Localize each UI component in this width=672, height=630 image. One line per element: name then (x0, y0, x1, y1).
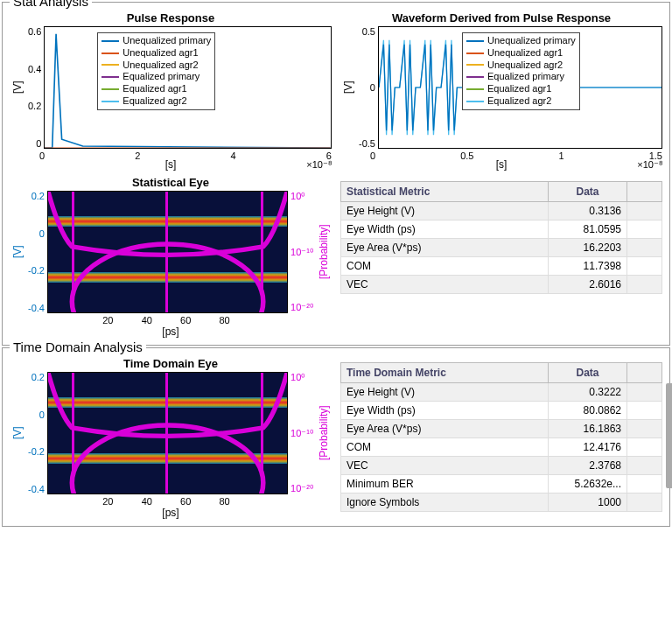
pulse-response-panel: Pulse Response [V] 0.6 0.4 0.2 0 Unequal… (10, 11, 332, 171)
time-eye-ylabel-right: [Probability] (316, 372, 332, 494)
table-row: COM11.7398 (341, 257, 662, 276)
legend-swatch (102, 88, 119, 90)
pulse-xaxis: 0 2 4 6 (39, 149, 332, 161)
table-row: Eye Area (V*ps)16.2203 (341, 239, 662, 257)
waveform-panel: Waveform Derived from Pulse Response [V]… (340, 11, 662, 171)
time-eye-title: Time Domain Eye (10, 357, 332, 370)
time-eye-plot[interactable] (47, 372, 288, 494)
time-eye-xaxis: 20 40 60 80 (45, 494, 288, 507)
waveform-yaxis: 0.5 0 -0.5 (356, 26, 378, 149)
time-section-title: Time Domain Analysis (10, 340, 146, 354)
table-row: Eye Height (V)0.3222 (341, 383, 662, 402)
table-row: Eye Width (ps)81.0595 (341, 220, 662, 239)
stat-eye-title: Statistical Eye (10, 176, 332, 189)
table-row: VEC2.3768 (341, 457, 662, 475)
stat-section-title: Stat Analysis (10, 0, 92, 9)
stat-eye-xlabel: [ps] (10, 326, 332, 338)
waveform-xaxis: 0 0.5 1 1.5 (370, 149, 662, 161)
legend-swatch (102, 40, 119, 42)
table-row: Eye Width (ps)80.0862 (341, 402, 662, 420)
legend-swatch (102, 64, 119, 66)
stat-eye-ylabel-left: [V] (10, 191, 25, 313)
table-row: VEC2.6016 (341, 276, 662, 294)
time-table-header-metric[interactable]: Time Domain Metric (341, 363, 549, 383)
pulse-title: Pulse Response (10, 11, 332, 24)
statistical-eye-panel: Statistical Eye [V] 0.2 0 -0.2 -0.4 (10, 176, 332, 338)
time-domain-section: Time Domain Analysis Time Domain Eye [V]… (2, 347, 670, 527)
waveform-title: Waveform Derived from Pulse Response (340, 11, 662, 24)
stat-eye-ylabel-right: [Probability] (316, 191, 332, 313)
legend-swatch (102, 101, 119, 102)
table-row: Ignore Symbols1000 (341, 494, 662, 512)
time-table-header-data[interactable]: Data (549, 363, 627, 383)
legend-swatch (102, 76, 119, 78)
table-row: COM12.4176 (341, 438, 662, 457)
waveform-ylabel: [V] (340, 26, 356, 149)
stat-eye-yaxis-left: 0.2 0 -0.2 -0.4 (25, 191, 47, 313)
time-eye-ylabel-left: [V] (10, 372, 25, 494)
stat-eye-plot[interactable] (47, 191, 288, 313)
waveform-plot[interactable]: Unequalized primary Unequalized agr1 Une… (378, 26, 662, 149)
time-eye-yaxis-right: 10⁰ 10⁻¹⁰ 10⁻²⁰ (288, 372, 316, 494)
pulse-plot[interactable]: Unequalized primary Unequalized agr1 Une… (44, 26, 332, 149)
table-row: Minimum BER5.2632e... (341, 475, 662, 494)
time-eye-xlabel: [ps] (10, 507, 332, 519)
stat-eye-xaxis: 20 40 60 80 (45, 313, 288, 326)
table-row: Eye Area (V*ps)16.1863 (341, 420, 662, 438)
waveform-legend: Unequalized primary Unequalized agr1 Une… (462, 32, 580, 110)
stat-table-header-metric[interactable]: Statistical Metric (341, 182, 549, 202)
time-metric-table-panel: Time Domain Metric Data Eye Height (V)0.… (340, 357, 662, 519)
table-row: Eye Height (V)0.3136 (341, 202, 662, 220)
scrollbar-thumb[interactable] (666, 383, 672, 488)
time-metric-table: Time Domain Metric Data Eye Height (V)0.… (340, 362, 662, 512)
time-eye-panel: Time Domain Eye [V] 0.2 0 -0.2 -0.4 (10, 357, 332, 519)
stat-eye-yaxis-right: 10⁰ 10⁻¹⁰ 10⁻²⁰ (288, 191, 316, 313)
pulse-legend: Unequalized primary Unequalized agr1 Une… (97, 32, 215, 110)
stat-analysis-section: Stat Analysis Pulse Response [V] 0.6 0.4… (2, 2, 670, 346)
stat-table-header-data[interactable]: Data (549, 182, 627, 202)
pulse-ylabel: [V] (10, 26, 25, 149)
stat-metric-table: Statistical Metric Data Eye Height (V)0.… (340, 181, 662, 294)
stat-metric-table-panel: Statistical Metric Data Eye Height (V)0.… (340, 176, 662, 338)
pulse-yaxis: 0.6 0.4 0.2 0 (25, 26, 44, 149)
time-eye-yaxis-left: 0.2 0 -0.2 -0.4 (25, 372, 47, 494)
legend-swatch (102, 52, 119, 54)
